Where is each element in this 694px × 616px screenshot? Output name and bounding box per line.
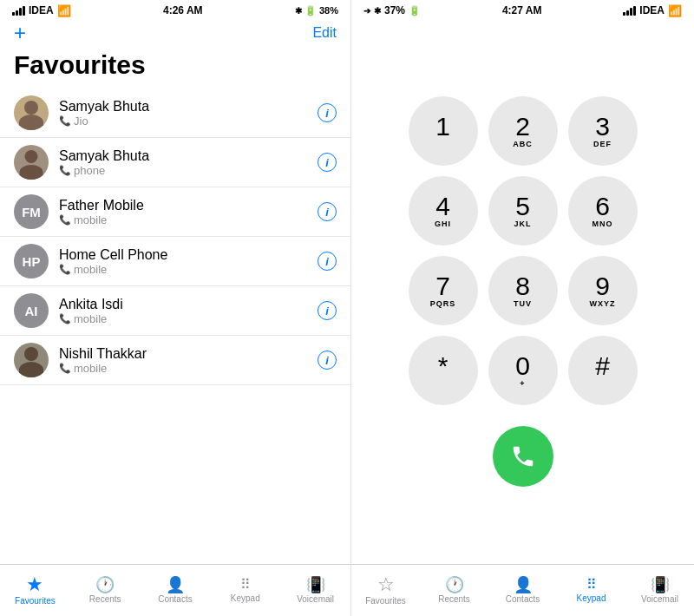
key-0[interactable]: 0 +	[488, 336, 558, 405]
time-right: 4:27 AM	[502, 4, 542, 16]
info-button[interactable]: i	[318, 103, 337, 122]
signal-icon-right	[623, 6, 636, 16]
nav-keypad-right[interactable]: ⠿ Keypad	[557, 565, 625, 616]
contact-name: Samyak Bhuta	[59, 99, 318, 115]
phone-icon: 📞	[59, 313, 71, 324]
avatar	[14, 343, 49, 377]
nav-favourites-right[interactable]: ☆ Favourites	[351, 565, 420, 616]
keypad-area: 1 2 ABC 3 DEF 4 GHI 5 JKL 6 MNO	[351, 19, 694, 564]
list-item[interactable]: Samyak Bhuta 📞 Jio i	[0, 88, 350, 138]
contact-name: Samyak Bhuta	[59, 148, 318, 164]
list-item[interactable]: Nishil Thakkar 📞 mobile i	[0, 336, 350, 385]
recents-icon-right: 🕐	[445, 577, 464, 593]
nav-voicemail-right[interactable]: 📳 Voicemail	[625, 565, 694, 616]
contact-sub: 📞 mobile	[59, 263, 318, 276]
status-bar-right: ➔ ✱ 37% 🔋 4:27 AM IDEA 📶	[351, 0, 694, 19]
contacts-icon: 👤	[166, 577, 185, 593]
recents-icon: 🕐	[95, 577, 115, 593]
battery-icon-right: 🔋	[409, 5, 421, 16]
info-button[interactable]: i	[318, 153, 337, 172]
voicemail-icon-right: 📳	[651, 577, 670, 593]
phone-icon: 📞	[59, 115, 71, 127]
avatar	[14, 95, 49, 130]
bottom-nav-right: ☆ Favourites 🕐 Recents 👤 Contacts ⠿ Keyp…	[351, 564, 694, 616]
key-9[interactable]: 9 WXYZ	[568, 256, 638, 325]
key-3[interactable]: 3 DEF	[568, 96, 638, 166]
nav-label: Favourites	[365, 596, 406, 606]
key-8[interactable]: 8 TUV	[488, 256, 558, 325]
contact-name: Home Cell Phone	[59, 247, 318, 263]
signal-icon	[12, 6, 25, 16]
key-7[interactable]: 7 PQRS	[409, 256, 478, 325]
nav-voicemail-left[interactable]: 📳 Voicemail	[280, 565, 350, 616]
phone-icon: 📞	[59, 264, 71, 275]
add-button[interactable]: +	[14, 23, 26, 43]
battery-icon-left: 🔋 38%	[304, 5, 338, 16]
nav-label: Recents	[89, 594, 121, 604]
contact-name: Ankita Isdi	[59, 297, 318, 312]
contacts-list: Samyak Bhuta 📞 Jio i Samyak Bhuta 📞 phon…	[0, 88, 350, 564]
key-4[interactable]: 4 GHI	[409, 176, 478, 246]
nav-contacts-right[interactable]: 👤 Contacts	[488, 565, 557, 616]
favourites-icon: ★	[26, 575, 43, 594]
keypad-icon-right: ⠿	[586, 578, 597, 592]
contact-sub: 📞 mobile	[59, 362, 318, 375]
carrier-left: IDEA	[29, 4, 54, 16]
nav-label: Recents	[438, 594, 470, 604]
key-hash[interactable]: #	[568, 336, 638, 405]
header-left: + Edit	[0, 19, 350, 50]
avatar: FM	[14, 194, 49, 229]
list-item[interactable]: AI Ankita Isdi 📞 mobile i	[0, 286, 350, 336]
contact-info: Father Mobile 📞 mobile	[59, 198, 318, 226]
info-button[interactable]: i	[318, 202, 337, 221]
key-star[interactable]: *	[409, 336, 478, 405]
battery-right: 37%	[384, 4, 405, 16]
avatar	[14, 145, 49, 180]
info-button[interactable]: i	[318, 301, 337, 320]
list-item[interactable]: Samyak Bhuta 📞 phone i	[0, 138, 350, 187]
phone-icon: 📞	[59, 165, 71, 176]
key-6[interactable]: 6 MNO	[568, 176, 638, 246]
time-left: 4:26 AM	[163, 4, 203, 16]
contact-info: Ankita Isdi 📞 mobile	[59, 297, 318, 325]
info-button[interactable]: i	[318, 252, 337, 271]
call-button[interactable]	[493, 426, 553, 487]
phone-call-icon	[510, 443, 536, 469]
contact-info: Nishil Thakkar 📞 mobile	[59, 346, 318, 375]
location-icon: ➔	[363, 6, 370, 16]
key-5[interactable]: 5 JKL	[488, 176, 558, 246]
nav-favourites-left[interactable]: ★ Favourites	[0, 565, 70, 616]
contact-name: Father Mobile	[59, 198, 318, 213]
contact-sub: 📞 mobile	[59, 312, 318, 325]
nav-recents-right[interactable]: 🕐 Recents	[420, 565, 488, 616]
page-title: Favourites	[0, 50, 350, 88]
contact-name: Nishil Thakkar	[59, 346, 318, 362]
wifi-icon-right: 📶	[668, 4, 682, 17]
status-bar-left: IDEA 📶 4:26 AM ✱ 🔋 38%	[0, 0, 350, 19]
contacts-icon-right: 👤	[514, 577, 533, 593]
phone-icon: 📞	[59, 363, 71, 374]
phone-icon: 📞	[59, 214, 71, 226]
edit-button[interactable]: Edit	[312, 25, 337, 41]
nav-label: Favourites	[15, 596, 56, 606]
list-item[interactable]: FM Father Mobile 📞 mobile i	[0, 187, 350, 237]
nav-label: Keypad	[577, 593, 606, 603]
call-btn-container	[493, 426, 553, 487]
key-2[interactable]: 2 ABC	[488, 96, 558, 166]
contact-info: Samyak Bhuta 📞 phone	[59, 148, 318, 177]
nav-contacts-left[interactable]: 👤 Contacts	[141, 565, 211, 616]
contact-sub: 📞 phone	[59, 164, 318, 177]
key-1[interactable]: 1	[409, 96, 478, 166]
wifi-icon-left: 📶	[57, 4, 71, 17]
list-item[interactable]: HP Home Cell Phone 📞 mobile i	[0, 237, 350, 286]
nav-keypad-left[interactable]: ⠿ Keypad	[210, 565, 280, 616]
bottom-nav-left: ★ Favourites 🕐 Recents 👤 Contacts ⠿ Keyp…	[0, 564, 350, 616]
info-button[interactable]: i	[318, 351, 337, 370]
nav-label: Voicemail	[641, 594, 678, 604]
contact-info: Samyak Bhuta 📞 Jio	[59, 99, 318, 128]
nav-label: Voicemail	[297, 594, 334, 604]
right-panel: ➔ ✱ 37% 🔋 4:27 AM IDEA 📶 1 2	[351, 0, 694, 616]
nav-recents-left[interactable]: 🕐 Recents	[70, 565, 141, 616]
avatar: AI	[14, 293, 49, 328]
contact-sub: 📞 mobile	[59, 213, 318, 226]
